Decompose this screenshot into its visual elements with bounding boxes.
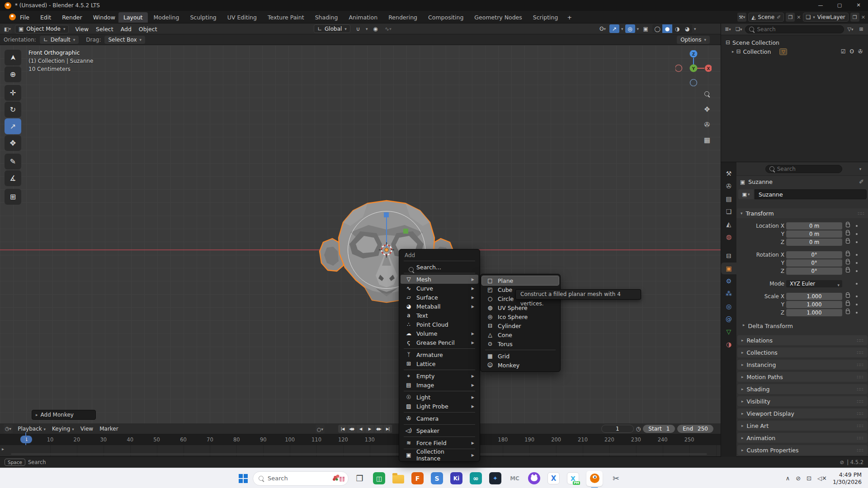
add-menu-item-volume[interactable]: ☁Volume▶ (401, 329, 478, 338)
viewlayer-selector[interactable]: ❏ ▾ ViewLayer (803, 13, 849, 22)
add-menu-item-camera[interactable]: ✇Camera (401, 414, 478, 423)
animate-dot[interactable] (856, 270, 858, 272)
start-button[interactable] (239, 474, 248, 483)
timeline-editor-button[interactable]: ◷▾ (4, 424, 13, 433)
lock-icon[interactable] (846, 224, 850, 227)
timeline-menu-keying[interactable]: Keying ▾ (49, 425, 77, 433)
pin-icon[interactable]: ✐ (859, 178, 864, 185)
value-field[interactable]: 0 m (786, 222, 842, 230)
app-green[interactable]: ◫ (373, 472, 385, 484)
tab-geometry-nodes[interactable]: Geometry Nodes (469, 12, 527, 23)
mode-dropdown[interactable]: XYZ Euler▾ (786, 280, 842, 287)
zoom-tool[interactable] (701, 88, 713, 100)
properties-search-input[interactable] (777, 166, 838, 172)
tab-modifiers[interactable]: ⚙ (721, 275, 736, 287)
timeline-menu-marker[interactable]: Marker (96, 425, 121, 433)
panel-shading[interactable]: ▸Shading∷∷ (737, 384, 868, 394)
add-menu-item-light-probe[interactable]: ▨Light Probe▶ (401, 402, 478, 411)
task-view[interactable]: ❐ (354, 472, 366, 484)
tab-scene[interactable]: ◭ (721, 218, 736, 230)
tab-texture-paint[interactable]: Texture Paint (263, 12, 309, 23)
panel-line-art[interactable]: ▸Line Art∷∷ (737, 421, 868, 431)
viewport-menu-add[interactable]: Add (117, 25, 135, 33)
viewlayer-remove-button[interactable]: ✕ (861, 14, 865, 20)
tab-layout[interactable]: Layout (118, 12, 148, 23)
add-menu-item-point-cloud[interactable]: ∴Point Cloud (401, 320, 478, 329)
shading-solid[interactable]: ● (662, 24, 672, 33)
mesh-menu-item-ico-sphere[interactable]: ◎Ico Sphere (482, 312, 559, 321)
tray-chevron-icon[interactable]: ∧ (786, 475, 790, 482)
animate-dot[interactable] (856, 233, 858, 235)
blender-menu-icon[interactable] (9, 14, 16, 20)
search-highlight-image[interactable] (332, 473, 345, 484)
value-field[interactable]: 0 m (786, 239, 842, 246)
outliner-display-mode[interactable]: ≣▾ (723, 25, 732, 34)
proportional-editing-toggle[interactable]: ◉ (370, 24, 380, 33)
properties-search[interactable] (765, 165, 842, 173)
menu-render[interactable]: Render (57, 13, 87, 22)
add-menu-item-lattice[interactable]: ⊞Lattice (401, 359, 478, 368)
animate-dot[interactable] (856, 241, 858, 243)
outliner-row-scene-collection[interactable]: ⊟Scene Collection (721, 38, 868, 47)
add-menu-item-image[interactable]: ▤Image▶ (401, 380, 478, 389)
prev-keyframe[interactable]: ◀◆ (347, 425, 356, 433)
overlays-dropdown[interactable]: ▾ (637, 27, 639, 31)
jump-to-end[interactable]: ▶| (383, 425, 392, 433)
add-menu-item-metaball[interactable]: ◕Metaball▶ (401, 302, 478, 311)
orientation-selector[interactable]: ∟ Global ▾ (314, 24, 350, 33)
outliner-search[interactable] (745, 25, 844, 33)
tray-network-icon[interactable]: ⊘ (796, 475, 801, 482)
panel-custom-properties[interactable]: ▸Custom Properties∷∷ (737, 445, 868, 455)
tab-object[interactable]: ▣ (721, 263, 736, 274)
value-field[interactable]: 0° (786, 259, 842, 267)
add-menu-item-curve[interactable]: ∿Curve▶ (401, 284, 478, 293)
tab-uv-editing[interactable]: UV Editing (222, 12, 262, 23)
tab-tool[interactable]: ⚒ (721, 168, 736, 179)
scene-unlink-button[interactable]: ✕ (797, 14, 801, 20)
blender-app[interactable] (586, 471, 603, 486)
jump-to-start[interactable]: |◀ (338, 425, 347, 433)
play-reverse[interactable]: ◀ (356, 425, 365, 433)
topbar-editor-icon[interactable]: ⚒▾ (737, 13, 746, 22)
add-menu-item-surface[interactable]: ▱Surface▶ (401, 293, 478, 302)
add-menu-item-mesh[interactable]: ▽Mesh▶ (401, 275, 478, 284)
object-type-dropdown[interactable]: ▣▾ (738, 189, 754, 199)
tab-compositing[interactable]: Compositing (423, 12, 468, 23)
tab-world[interactable]: ◍ (721, 231, 736, 243)
new-collection-button[interactable]: ⊞ (857, 25, 866, 34)
shading-rendered[interactable]: ◕ (682, 24, 692, 33)
lock-icon[interactable] (846, 302, 850, 306)
tab-particles[interactable]: ⁂ (721, 288, 736, 300)
mode-selector[interactable]: ▣ Object Mode ▾ (15, 25, 69, 33)
xray-toggle[interactable]: ▣ (641, 24, 651, 33)
shading-material-preview[interactable]: ◑ (672, 24, 682, 33)
add-workspace-button[interactable]: + (564, 12, 575, 23)
channel-expand-icon[interactable]: ▸ (2, 446, 4, 451)
tab-material[interactable]: ◑ (721, 338, 736, 350)
animate-dot[interactable] (856, 296, 858, 297)
app-x[interactable]: X (547, 472, 560, 484)
object-name-field[interactable]: Suzanne (755, 189, 867, 199)
rotate-tool[interactable]: ↻ (5, 102, 21, 117)
animate-dot[interactable] (856, 262, 858, 264)
mesh-menu-item-monkey[interactable]: ☺Monkey (482, 361, 559, 370)
tab-collection[interactable]: ⊟ (721, 250, 736, 262)
value-field[interactable]: 1.000 (786, 309, 842, 316)
lock-icon[interactable] (846, 253, 850, 256)
fusion[interactable]: F (411, 472, 424, 484)
tray-display-icon[interactable]: ⊡ (807, 475, 811, 482)
breadcrumb-object[interactable]: Suzanne (748, 178, 773, 185)
delta-transform-panel[interactable]: ▸Delta Transform (743, 323, 793, 329)
scale-tool[interactable]: ↗ (5, 118, 21, 134)
tab-constraints[interactable]: @ (721, 313, 736, 325)
current-frame-field[interactable]: 1 (601, 425, 634, 433)
add-menu-item-grease-pencil[interactable]: ςGrease Pencil▶ (401, 338, 478, 347)
falloff-icon[interactable]: ∿▾ (383, 24, 393, 33)
tab-animation[interactable]: Animation (344, 12, 382, 23)
arduino[interactable]: ∞ (470, 472, 482, 484)
add-menu-item-speaker[interactable]: ◁)Speaker (401, 426, 478, 435)
camera-view-tool[interactable]: ✇ (701, 119, 713, 131)
tab-sculpting[interactable]: Sculpting (185, 12, 221, 23)
file-explorer[interactable] (392, 475, 404, 483)
measure-tool[interactable]: ∡ (5, 170, 21, 186)
